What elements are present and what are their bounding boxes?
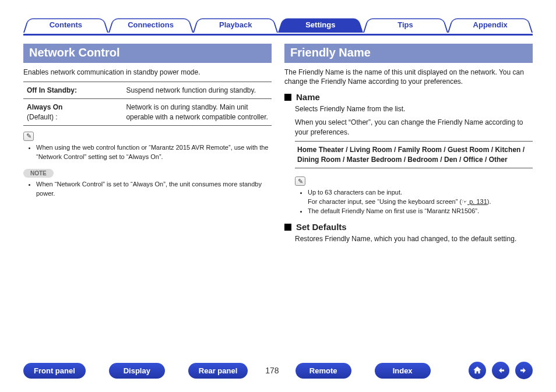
hand-icon: ☞ bbox=[462, 198, 467, 205]
link-p131[interactable]: p. 131 bbox=[467, 198, 487, 205]
arrow-left-icon bbox=[495, 365, 506, 376]
subheading-set-defaults: Set Defaults bbox=[284, 222, 533, 232]
top-tabs: Contents Connections Playback Settings T… bbox=[23, 16, 533, 33]
section-title-friendly-name: Friendly Name bbox=[284, 44, 533, 63]
home-icon bbox=[472, 365, 483, 376]
display-button[interactable]: Display bbox=[109, 363, 165, 379]
tab-playback[interactable]: Playback bbox=[193, 16, 278, 33]
fn-name-body1: Selects Friendly Name from the list. bbox=[295, 104, 533, 114]
note-badge: NOTE bbox=[23, 169, 54, 178]
nc-row2-key: Always On (Default) : bbox=[23, 99, 122, 125]
fn-intro: The Friendly Name is the name of this un… bbox=[284, 68, 533, 86]
next-button[interactable] bbox=[515, 362, 533, 379]
fn-setdefaults-body: Restores Friendly Name, which you had ch… bbox=[295, 234, 533, 244]
prev-button[interactable] bbox=[492, 362, 509, 379]
fn-tip-2: The default Friendly Name on first use i… bbox=[308, 207, 533, 216]
page-number: 178 bbox=[265, 366, 279, 375]
square-bullet-icon bbox=[284, 224, 291, 231]
nc-row1-val: Suspend network function during standby. bbox=[122, 82, 272, 99]
tab-connections[interactable]: Connections bbox=[108, 16, 193, 33]
tab-underline bbox=[23, 34, 533, 36]
square-bullet-icon bbox=[284, 94, 291, 101]
fn-options-list: Home Theater / Living Room / Family Room… bbox=[295, 141, 533, 169]
section-title-network-control: Network Control bbox=[23, 44, 272, 63]
nc-options-table: Off In Standby: Suspend network function… bbox=[23, 82, 272, 126]
tab-appendix[interactable]: Appendix bbox=[448, 16, 533, 33]
pencil-icon: ✎ bbox=[23, 132, 34, 141]
nc-intro: Enables network communication in standby… bbox=[23, 68, 272, 77]
nc-tip-1: When using the web control function or “… bbox=[36, 143, 272, 162]
nc-row1-key: Off In Standby: bbox=[23, 82, 122, 99]
remote-button[interactable]: Remote bbox=[295, 363, 351, 379]
index-button[interactable]: Index bbox=[375, 363, 431, 379]
front-panel-button[interactable]: Front panel bbox=[23, 363, 86, 379]
tab-settings[interactable]: Settings bbox=[278, 16, 363, 33]
nc-row2-val: Network is on during standby. Main unit … bbox=[122, 99, 272, 125]
pencil-icon: ✎ bbox=[295, 176, 305, 186]
rear-panel-button[interactable]: Rear panel bbox=[188, 363, 248, 379]
fn-tip-1: Up to 63 characters can be input. For ch… bbox=[308, 188, 533, 207]
subheading-name: Name bbox=[284, 92, 533, 102]
tab-tips[interactable]: Tips bbox=[363, 16, 448, 33]
bottom-nav: Front panel Display Rear panel 178 Remot… bbox=[23, 362, 533, 379]
tab-contents[interactable]: Contents bbox=[23, 16, 108, 33]
arrow-right-icon bbox=[519, 365, 529, 376]
nc-note-1: When “Network Control” is set to “Always… bbox=[36, 180, 272, 199]
fn-name-body2: When you select “Other”, you can change … bbox=[295, 118, 533, 137]
home-button[interactable] bbox=[469, 362, 486, 379]
